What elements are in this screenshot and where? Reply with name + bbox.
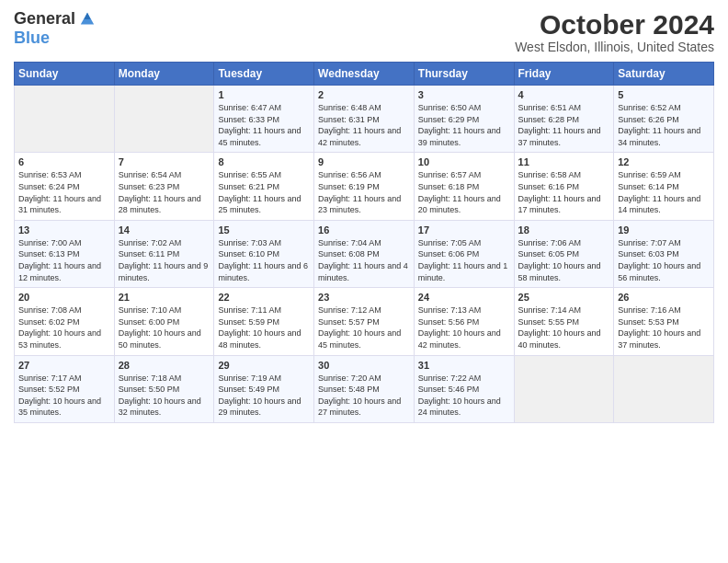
calendar-cell: 21Sunrise: 7:10 AMSunset: 6:00 PMDayligh…	[114, 288, 214, 355]
calendar-cell: 9Sunrise: 6:56 AMSunset: 6:19 PMDaylight…	[314, 153, 415, 220]
calendar-week-5: 27Sunrise: 7:17 AMSunset: 5:52 PMDayligh…	[15, 355, 714, 422]
calendar-cell: 8Sunrise: 6:55 AMSunset: 6:21 PMDaylight…	[214, 153, 314, 220]
calendar-cell: 15Sunrise: 7:03 AMSunset: 6:10 PMDayligh…	[214, 220, 314, 287]
calendar-cell: 11Sunrise: 6:58 AMSunset: 6:16 PMDayligh…	[514, 153, 614, 220]
calendar-week-3: 13Sunrise: 7:00 AMSunset: 6:13 PMDayligh…	[15, 220, 714, 287]
day-number: 25	[518, 292, 610, 303]
day-number: 12	[618, 156, 710, 167]
svg-marker-1	[84, 12, 90, 18]
day-info: Sunrise: 7:08 AMSunset: 6:02 PMDaylight:…	[18, 304, 110, 350]
calendar-cell: 6Sunrise: 6:53 AMSunset: 6:24 PMDaylight…	[15, 153, 115, 220]
day-info: Sunrise: 7:13 AMSunset: 5:56 PMDaylight:…	[418, 304, 510, 350]
month-title: October 2024	[515, 9, 714, 40]
col-sunday: Sunday	[15, 63, 115, 86]
calendar-week-2: 6Sunrise: 6:53 AMSunset: 6:24 PMDaylight…	[15, 153, 714, 220]
calendar-cell: 19Sunrise: 7:07 AMSunset: 6:03 PMDayligh…	[614, 220, 714, 287]
day-number: 18	[518, 224, 610, 236]
calendar-table: Sunday Monday Tuesday Wednesday Thursday…	[14, 62, 714, 423]
day-number: 28	[119, 360, 210, 371]
calendar-cell: 13Sunrise: 7:00 AMSunset: 6:13 PMDayligh…	[15, 220, 115, 287]
day-info: Sunrise: 6:58 AMSunset: 6:16 PMDaylight:…	[518, 169, 610, 215]
col-tuesday: Tuesday	[214, 63, 314, 86]
day-info: Sunrise: 7:11 AMSunset: 5:59 PMDaylight:…	[218, 304, 310, 350]
col-saturday: Saturday	[614, 63, 714, 86]
day-info: Sunrise: 6:51 AMSunset: 6:28 PMDaylight:…	[518, 102, 610, 148]
calendar-week-4: 20Sunrise: 7:08 AMSunset: 6:02 PMDayligh…	[15, 288, 714, 355]
day-number: 3	[418, 89, 510, 100]
calendar-cell: 12Sunrise: 6:59 AMSunset: 6:14 PMDayligh…	[614, 153, 714, 220]
col-thursday: Thursday	[414, 63, 514, 86]
day-number: 23	[318, 292, 410, 303]
calendar-cell	[614, 355, 714, 422]
calendar-cell: 20Sunrise: 7:08 AMSunset: 6:02 PMDayligh…	[15, 288, 115, 355]
day-number: 19	[618, 224, 710, 236]
calendar-cell: 10Sunrise: 6:57 AMSunset: 6:18 PMDayligh…	[414, 153, 514, 220]
header-row: Sunday Monday Tuesday Wednesday Thursday…	[15, 63, 714, 86]
logo-blue-text: Blue	[14, 29, 50, 48]
day-number: 30	[318, 360, 410, 371]
day-info: Sunrise: 6:53 AMSunset: 6:24 PMDaylight:…	[18, 169, 110, 215]
page: General Blue October 2024 West Elsdon, I…	[0, 0, 728, 563]
day-info: Sunrise: 7:17 AMSunset: 5:52 PMDaylight:…	[18, 373, 110, 419]
calendar-cell: 25Sunrise: 7:14 AMSunset: 5:55 PMDayligh…	[514, 288, 614, 355]
day-info: Sunrise: 6:54 AMSunset: 6:23 PMDaylight:…	[119, 169, 210, 215]
calendar-cell	[114, 86, 214, 153]
day-info: Sunrise: 7:00 AMSunset: 6:13 PMDaylight:…	[18, 237, 110, 283]
calendar-cell: 2Sunrise: 6:48 AMSunset: 6:31 PMDaylight…	[314, 86, 415, 153]
day-info: Sunrise: 6:55 AMSunset: 6:21 PMDaylight:…	[218, 169, 310, 215]
day-number: 2	[318, 89, 410, 100]
calendar-cell: 23Sunrise: 7:12 AMSunset: 5:57 PMDayligh…	[314, 288, 415, 355]
calendar-cell: 27Sunrise: 7:17 AMSunset: 5:52 PMDayligh…	[15, 355, 115, 422]
day-number: 22	[218, 292, 310, 303]
day-info: Sunrise: 7:02 AMSunset: 6:11 PMDaylight:…	[119, 237, 210, 283]
day-info: Sunrise: 7:10 AMSunset: 6:00 PMDaylight:…	[119, 304, 210, 350]
calendar-cell: 14Sunrise: 7:02 AMSunset: 6:11 PMDayligh…	[114, 220, 214, 287]
calendar-cell: 3Sunrise: 6:50 AMSunset: 6:29 PMDaylight…	[414, 86, 514, 153]
day-info: Sunrise: 7:16 AMSunset: 5:53 PMDaylight:…	[618, 304, 710, 350]
day-number: 8	[218, 156, 310, 167]
day-number: 15	[218, 224, 310, 236]
calendar-cell: 18Sunrise: 7:06 AMSunset: 6:05 PMDayligh…	[514, 220, 614, 287]
day-info: Sunrise: 7:04 AMSunset: 6:08 PMDaylight:…	[318, 237, 410, 283]
header: General Blue October 2024 West Elsdon, I…	[14, 9, 714, 54]
day-info: Sunrise: 6:48 AMSunset: 6:31 PMDaylight:…	[318, 102, 410, 148]
calendar-cell: 30Sunrise: 7:20 AMSunset: 5:48 PMDayligh…	[314, 355, 415, 422]
day-number: 1	[218, 89, 310, 100]
day-info: Sunrise: 7:05 AMSunset: 6:06 PMDaylight:…	[418, 237, 510, 283]
day-number: 11	[518, 156, 610, 167]
calendar-cell	[15, 86, 115, 153]
day-number: 26	[618, 292, 710, 303]
col-wednesday: Wednesday	[314, 63, 415, 86]
calendar-cell: 4Sunrise: 6:51 AMSunset: 6:28 PMDaylight…	[514, 86, 614, 153]
day-info: Sunrise: 7:20 AMSunset: 5:48 PMDaylight:…	[318, 373, 410, 419]
day-info: Sunrise: 6:57 AMSunset: 6:18 PMDaylight:…	[418, 169, 510, 215]
calendar-cell	[514, 355, 614, 422]
day-number: 9	[318, 156, 410, 167]
day-number: 10	[418, 156, 510, 167]
day-number: 24	[418, 292, 510, 303]
calendar-cell: 1Sunrise: 6:47 AMSunset: 6:33 PMDaylight…	[214, 86, 314, 153]
logo: General Blue	[14, 9, 96, 48]
day-info: Sunrise: 6:52 AMSunset: 6:26 PMDaylight:…	[618, 102, 710, 148]
day-info: Sunrise: 6:47 AMSunset: 6:33 PMDaylight:…	[218, 102, 310, 148]
day-number: 31	[418, 360, 510, 371]
calendar-cell: 26Sunrise: 7:16 AMSunset: 5:53 PMDayligh…	[614, 288, 714, 355]
day-info: Sunrise: 7:12 AMSunset: 5:57 PMDaylight:…	[318, 304, 410, 350]
title-block: October 2024 West Elsdon, Illinois, Unit…	[515, 9, 714, 54]
day-number: 14	[119, 224, 210, 236]
day-info: Sunrise: 7:03 AMSunset: 6:10 PMDaylight:…	[218, 237, 310, 283]
day-info: Sunrise: 7:19 AMSunset: 5:49 PMDaylight:…	[218, 373, 310, 419]
location: West Elsdon, Illinois, United States	[515, 40, 714, 54]
day-number: 5	[618, 89, 710, 100]
day-info: Sunrise: 7:06 AMSunset: 6:05 PMDaylight:…	[518, 237, 610, 283]
calendar-cell: 24Sunrise: 7:13 AMSunset: 5:56 PMDayligh…	[414, 288, 514, 355]
calendar-cell: 28Sunrise: 7:18 AMSunset: 5:50 PMDayligh…	[114, 355, 214, 422]
day-number: 4	[518, 89, 610, 100]
day-info: Sunrise: 7:18 AMSunset: 5:50 PMDaylight:…	[119, 373, 210, 419]
day-number: 29	[218, 360, 310, 371]
day-number: 6	[18, 156, 110, 167]
day-number: 13	[18, 224, 110, 236]
day-number: 16	[318, 224, 410, 236]
calendar-cell: 29Sunrise: 7:19 AMSunset: 5:49 PMDayligh…	[214, 355, 314, 422]
col-friday: Friday	[514, 63, 614, 86]
